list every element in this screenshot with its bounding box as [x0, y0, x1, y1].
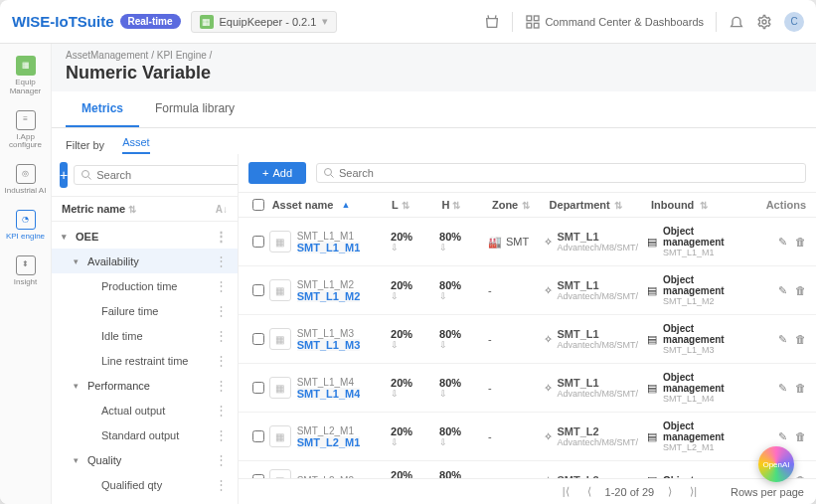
tree-node[interactable]: ▾Availability⋮: [52, 249, 238, 273]
openai-fab[interactable]: OpenAI: [758, 446, 794, 482]
edit-icon[interactable]: ✎: [778, 284, 787, 297]
svg-point-6: [325, 169, 332, 176]
delete-icon[interactable]: 🗑: [795, 430, 806, 443]
asset-search-input[interactable]: [339, 167, 799, 179]
tree-node[interactable]: Defect qty⋮: [52, 497, 238, 504]
page-next-button[interactable]: ⟩: [664, 485, 676, 498]
breadcrumb-kpi[interactable]: KPI Engine: [157, 50, 207, 61]
bell-icon[interactable]: [729, 14, 744, 30]
delete-icon[interactable]: 🗑: [795, 382, 806, 395]
table-row: ▦SMT_L1_M4SMT_L1_M420%⇩80%⇩-✧SMT_L1Advan…: [239, 364, 816, 413]
more-icon[interactable]: ⋮: [215, 304, 228, 317]
tree-node[interactable]: Failure time⋮: [52, 298, 238, 323]
avatar[interactable]: C: [784, 12, 804, 32]
metric-search[interactable]: [74, 165, 239, 185]
rows-per-page-label: Rows per page: [731, 486, 804, 498]
rail-equip-manager[interactable]: ▦ Equip Manager: [2, 50, 50, 102]
realtime-badge: Real-time: [120, 14, 181, 29]
asset-link[interactable]: SMT_L1_M3: [297, 339, 361, 351]
tab-formula-library[interactable]: Formula library: [139, 91, 250, 127]
asset-link[interactable]: SMT_L1_M2: [297, 290, 361, 302]
inbound-icon: ▤: [647, 236, 657, 249]
tree-node[interactable]: Actual output⋮: [52, 398, 238, 422]
rail-kpi-engine[interactable]: ◔ KPI engine: [2, 204, 50, 248]
tree-node[interactable]: ▾Quality⋮: [52, 447, 238, 472]
col-inbound[interactable]: Inbound ⇅: [651, 199, 748, 211]
col-h[interactable]: H ⇅: [441, 199, 488, 211]
divider: [716, 12, 717, 32]
rail-industrial-ai[interactable]: ◎ Industrial AI: [2, 158, 50, 202]
row-checkbox[interactable]: [252, 236, 264, 248]
metric-search-input[interactable]: [96, 169, 234, 181]
equip-icon: ▦: [16, 56, 36, 76]
select-all-checkbox[interactable]: [252, 199, 264, 211]
asset-link[interactable]: SMT_L1_M4: [297, 388, 361, 400]
delete-icon[interactable]: 🗑: [795, 284, 806, 297]
col-l[interactable]: L ⇅: [392, 199, 438, 211]
sliders-icon: ≡: [16, 110, 36, 130]
page-last-button[interactable]: ⟩|: [686, 485, 701, 498]
filter-asset[interactable]: Asset: [122, 136, 150, 154]
tree-node[interactable]: Line restraint time⋮: [52, 348, 238, 373]
asset-table-panel: + Add Asset name▲ L ⇅ H ⇅ Zone ⇅ Departm…: [239, 154, 816, 504]
row-checkbox[interactable]: [252, 382, 264, 394]
rail-insight[interactable]: ⬍ Insight: [2, 250, 50, 293]
more-icon[interactable]: ⋮: [215, 279, 228, 292]
arrow-down-icon: ⇩: [439, 291, 488, 301]
arrow-down-icon: ⇩: [391, 437, 439, 447]
edit-icon[interactable]: ✎: [778, 236, 787, 249]
more-icon[interactable]: ⋮: [215, 428, 228, 441]
gear-icon[interactable]: [756, 14, 772, 30]
col-asset[interactable]: Asset name▲: [272, 199, 388, 211]
tab-metrics[interactable]: Metrics: [66, 91, 139, 127]
dept-icon: ✧: [544, 382, 553, 395]
marketplace-icon[interactable]: [484, 14, 500, 30]
edit-icon[interactable]: ✎: [778, 382, 787, 395]
breadcrumb-asset[interactable]: AssetManagement: [66, 50, 148, 61]
table-header: Asset name▲ L ⇅ H ⇅ Zone ⇅ Department ⇅ …: [239, 192, 816, 218]
row-checkbox[interactable]: [252, 430, 264, 442]
col-zone[interactable]: Zone ⇅: [492, 199, 546, 211]
app-selector[interactable]: ▦ EquipKeeper - 0.2.1 ▾: [191, 11, 338, 33]
more-icon[interactable]: ⋮: [215, 254, 228, 267]
more-icon[interactable]: ⋮: [215, 329, 228, 342]
rail-iapp-configure[interactable]: ≡ I.App configure: [2, 104, 50, 157]
tree-header[interactable]: Metric name ⇅ A↓: [52, 196, 238, 222]
tree-node[interactable]: Qualified qty⋮: [52, 472, 238, 497]
tree-node[interactable]: Production time⋮: [52, 273, 238, 298]
tree-node[interactable]: ▾OEE⋮: [52, 224, 238, 249]
breadcrumb: AssetManagement / KPI Engine /: [52, 44, 816, 61]
col-dept[interactable]: Department ⇅: [550, 199, 647, 211]
more-icon[interactable]: ⋮: [215, 379, 228, 392]
sort-alpha-icon[interactable]: A↓: [216, 204, 228, 215]
asset-search[interactable]: [316, 163, 806, 183]
add-label: Add: [272, 167, 292, 179]
tree-node[interactable]: ▾Performance⋮: [52, 373, 238, 398]
edit-icon[interactable]: ✎: [778, 333, 787, 346]
page-prev-button[interactable]: ⟨: [583, 485, 595, 498]
sort-asc-icon: ▲: [341, 200, 350, 210]
add-metric-button[interactable]: +: [60, 162, 68, 188]
delete-icon[interactable]: 🗑: [795, 236, 806, 249]
command-center-label: Command Center & Dashboards: [545, 16, 704, 28]
delete-icon[interactable]: 🗑: [795, 333, 806, 346]
tree-node[interactable]: Idle time⋮: [52, 323, 238, 348]
page-first-button[interactable]: |⟨: [559, 485, 573, 498]
more-icon[interactable]: ⋮: [215, 354, 228, 367]
more-icon[interactable]: ⋮: [215, 478, 228, 491]
more-icon[interactable]: ⋮: [215, 230, 228, 243]
rail-label: I.App configure: [2, 133, 50, 151]
tree-node[interactable]: Standard output⋮: [52, 422, 238, 447]
more-icon[interactable]: ⋮: [215, 404, 228, 417]
dept-icon: ✧: [544, 430, 553, 443]
more-icon[interactable]: ⋮: [215, 453, 228, 466]
inbound-icon: ▤: [647, 430, 657, 443]
asset-link[interactable]: SMT_L1_M1: [297, 242, 361, 253]
edit-icon[interactable]: ✎: [778, 430, 787, 443]
asset-link[interactable]: SMT_L2_M1: [297, 436, 361, 448]
add-asset-button[interactable]: + Add: [248, 162, 306, 184]
asset-icon: ▦: [269, 328, 291, 350]
command-center-link[interactable]: Command Center & Dashboards: [525, 14, 704, 30]
row-checkbox[interactable]: [252, 333, 264, 345]
row-checkbox[interactable]: [252, 284, 264, 296]
